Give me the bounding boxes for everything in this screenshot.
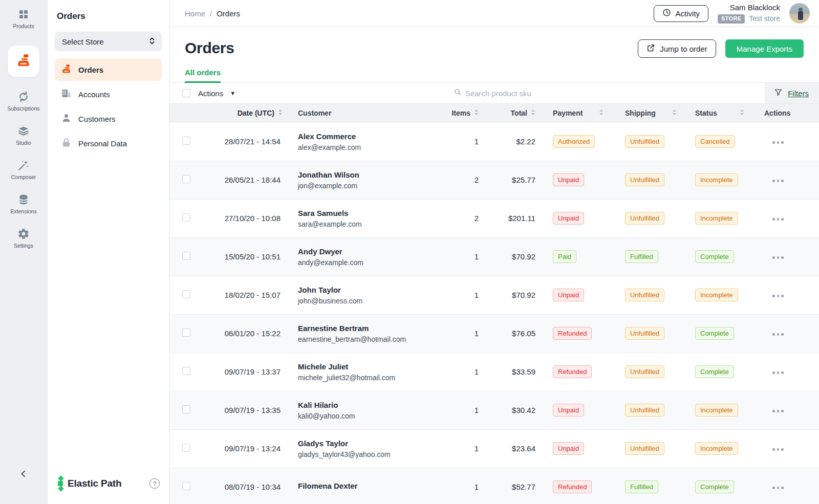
jump-to-order-button[interactable]: Jump to order xyxy=(638,39,716,58)
row-actions-button[interactable] xyxy=(771,484,785,492)
help-icon[interactable]: ? xyxy=(149,478,160,489)
row-actions-button[interactable] xyxy=(771,292,785,300)
actions-dropdown[interactable]: Actions xyxy=(198,89,223,98)
filters-button[interactable]: Filters xyxy=(765,83,819,103)
row-checkbox[interactable] xyxy=(182,252,190,260)
order-total: $30.42 xyxy=(486,391,543,429)
rail-label: Composer xyxy=(11,174,36,180)
customer-name: Michele Juliet xyxy=(298,362,450,371)
store-selector[interactable]: Select Store xyxy=(55,32,162,51)
sidebar-item-label: Customers xyxy=(78,115,116,123)
payment-status-badge: Paid xyxy=(553,250,576,263)
sidebar-item-label: Personal Data xyxy=(78,139,127,148)
sort-icon[interactable] xyxy=(599,109,604,117)
row-checkbox[interactable] xyxy=(182,482,190,490)
collapse-sidebar-button[interactable] xyxy=(19,469,28,480)
table-row: 28/07/21 - 14:54 Alex Commerce alex@exam… xyxy=(169,122,819,161)
rail-item-orders[interactable] xyxy=(8,46,39,77)
refresh-icon xyxy=(17,91,30,103)
column-header-status[interactable]: Status xyxy=(688,104,758,122)
payment-status-badge: Unpaid xyxy=(553,173,584,186)
customer-email: gladys_taylor43@yahoo.com xyxy=(298,450,450,458)
rail-item-products[interactable]: Products xyxy=(13,8,34,29)
rail-item-subscriptions[interactable]: Subscriptions xyxy=(7,91,39,112)
row-actions-button[interactable] xyxy=(771,253,785,262)
store-link[interactable]: Test store xyxy=(749,14,780,24)
sidebar-item-accounts[interactable]: Accounts xyxy=(55,83,162,105)
sort-icon[interactable] xyxy=(740,109,744,117)
payment-status-badge: Unpaid xyxy=(553,289,584,301)
sort-icon[interactable] xyxy=(672,109,677,117)
table-toolbar: Actions ▼ Filters xyxy=(169,83,819,104)
table-header-row: Date (UTC) Customer Items Total xyxy=(169,104,819,122)
breadcrumb: Home / Orders xyxy=(185,9,240,18)
sidebar-item-customers[interactable]: Customers xyxy=(55,107,162,130)
row-actions-button[interactable] xyxy=(771,445,785,454)
column-header-items[interactable]: Items xyxy=(450,104,486,122)
breadcrumb-home[interactable]: Home xyxy=(185,9,205,18)
sidebar-item-label: Orders xyxy=(78,65,103,74)
rail-item-extensions[interactable]: Extensions xyxy=(10,193,36,214)
order-customer: Jonathan Wilson jon@example.com xyxy=(288,161,450,199)
row-checkbox[interactable] xyxy=(182,175,190,183)
order-date: 18/02/20 - 15:07 xyxy=(194,276,288,314)
gear-icon xyxy=(17,228,30,240)
row-actions-button[interactable] xyxy=(771,138,785,147)
row-checkbox[interactable] xyxy=(182,137,190,145)
user-block: Sam Blacklock STORE Test store xyxy=(718,3,780,24)
chevron-down-icon[interactable]: ▼ xyxy=(230,90,235,96)
search-input[interactable] xyxy=(465,89,547,98)
sidebar-item-orders[interactable]: Orders xyxy=(55,58,162,81)
sort-icon[interactable] xyxy=(474,109,479,117)
breadcrumb-separator: / xyxy=(210,9,212,18)
customer-email: sara@example.com xyxy=(298,220,450,228)
customer-name: Filomena Dexter xyxy=(298,481,450,490)
payment-status-badge: Unpaid xyxy=(553,212,584,225)
column-header-payment[interactable]: Payment xyxy=(543,104,617,122)
table-row: 26/05/21 - 18:44 Jonathan Wilson jon@exa… xyxy=(169,161,819,199)
order-items-count: 1 xyxy=(450,429,486,468)
row-checkbox[interactable] xyxy=(182,405,190,413)
row-actions-button[interactable] xyxy=(771,368,785,377)
rail-item-settings[interactable]: Settings xyxy=(14,228,33,249)
column-header-customer: Customer xyxy=(288,104,450,122)
sort-icon[interactable] xyxy=(278,109,283,117)
tab-all-orders[interactable]: All orders xyxy=(185,68,221,83)
row-actions-button[interactable] xyxy=(771,215,785,224)
column-header-shipping[interactable]: Shipping xyxy=(617,104,688,122)
rail-label: Subscriptions xyxy=(7,105,39,112)
row-actions-button[interactable] xyxy=(771,177,785,185)
order-total: $76.05 xyxy=(486,314,543,353)
row-checkbox[interactable] xyxy=(182,213,190,222)
table-row: 27/10/20 - 10:08 Sara Samuels sara@examp… xyxy=(169,199,819,237)
person-icon xyxy=(61,113,72,125)
row-checkbox[interactable] xyxy=(182,444,190,452)
column-header-total[interactable]: Total xyxy=(486,104,543,122)
row-checkbox[interactable] xyxy=(182,367,190,375)
order-total: $70.92 xyxy=(486,276,543,314)
customer-name: Sara Samuels xyxy=(298,209,450,217)
manage-exports-button[interactable]: Manage Exports xyxy=(725,39,804,58)
table-row: 18/02/20 - 15:07 John Taylor john@busine… xyxy=(169,276,819,314)
order-status-badge: Incomplete xyxy=(695,442,738,455)
rail-label: Extensions xyxy=(10,208,36,214)
column-header-date[interactable]: Date (UTC) xyxy=(194,104,288,122)
row-actions-button[interactable] xyxy=(771,330,785,339)
payment-status-badge: Unpaid xyxy=(553,442,584,455)
row-checkbox[interactable] xyxy=(182,328,190,337)
order-status-badge: Complete xyxy=(695,480,734,493)
row-checkbox[interactable] xyxy=(182,290,190,298)
select-all-checkbox[interactable] xyxy=(182,89,190,97)
cash-register-icon xyxy=(16,53,31,70)
rail-item-studio[interactable]: Studio xyxy=(16,125,31,146)
order-customer: Kali Hilario kali0@yahoo.com xyxy=(288,391,450,429)
activity-button[interactable]: Activity xyxy=(654,5,709,22)
customer-email: jon@example.com xyxy=(298,182,450,190)
rail-item-composer[interactable]: Composer xyxy=(11,159,36,180)
sidebar-item-personal-data[interactable]: Personal Data xyxy=(55,132,162,155)
avatar[interactable] xyxy=(789,3,810,24)
sort-icon[interactable] xyxy=(531,109,535,117)
elastic-path-logo: Elastic Path xyxy=(58,476,121,491)
row-actions-button[interactable] xyxy=(771,407,785,415)
sidebar-item-label: Accounts xyxy=(78,90,110,99)
